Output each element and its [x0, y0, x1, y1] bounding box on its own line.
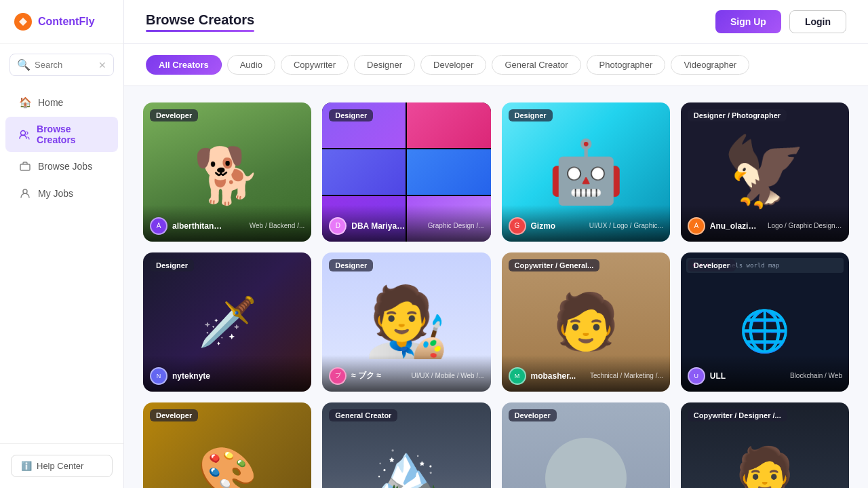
card-badge: Designer: [150, 259, 194, 271]
avatar: A: [688, 217, 705, 235]
header-actions: Sign Up Login: [715, 10, 846, 33]
creator-name: ULL: [710, 371, 726, 381]
header: Browse Creators Sign Up Login: [124, 0, 868, 44]
creator-name: nyteknyte: [172, 371, 210, 381]
card-badge: Developer: [688, 259, 736, 271]
creator-card[interactable]: 🧑‍🎨 Designer ブ ≈ ブク ≈ UI/UX / Mobile / W…: [322, 252, 490, 392]
creators-grid: 🐕 Developer A alberthitanaya Web / Backe…: [143, 102, 849, 488]
creator-card[interactable]: 🎨 Developer D: [143, 402, 311, 488]
creator-skills: Graphic Design /...: [428, 222, 484, 229]
card-footer: A Anu_olazim_me... Logo / Graphic Design…: [681, 205, 849, 242]
creator-card[interactable]: 🏔️ General Creator G: [322, 402, 490, 488]
filter-audio[interactable]: Audio: [227, 55, 275, 75]
filter-videographer[interactable]: Videographer: [671, 55, 749, 75]
creator-card[interactable]: 🧑 Copywriter / Designer /... C Audio: [681, 402, 849, 488]
home-icon: 🏠: [19, 96, 31, 109]
sidebar-footer: ℹ️ Help Center: [0, 443, 123, 488]
creator-card[interactable]: ● ● ● channels world map 🌐 Developer U U…: [681, 252, 849, 392]
logo-brand: Content: [38, 16, 79, 27]
creator-card[interactable]: 🧑 Copywriter / General... M mobasher... …: [502, 252, 670, 392]
creator-name: DBA Mariyah Hope...: [351, 221, 406, 231]
sidebar-search-container: 🔍 ✕: [0, 44, 123, 83]
sidebar-item-browse-jobs-label: Browse Jobs: [38, 161, 92, 172]
svg-point-3: [23, 189, 27, 193]
logo-icon: [14, 12, 33, 31]
card-badge: Developer: [509, 409, 557, 421]
card-badge: Designer: [509, 109, 553, 121]
avatar: M: [509, 367, 526, 385]
sidebar-nav: 🏠 Home Browse Creators Browse J: [0, 83, 123, 443]
sidebar-item-browse-jobs[interactable]: Browse Jobs: [5, 153, 118, 179]
logo-accent: Fly: [79, 16, 94, 27]
card-footer: A alberthitanaya Web / Backend /...: [143, 205, 311, 242]
signup-button[interactable]: Sign Up: [715, 10, 781, 33]
avatar: N: [150, 367, 167, 385]
avatar: A: [150, 217, 167, 235]
sidebar-item-my-jobs[interactable]: My Jobs: [5, 181, 118, 206]
creator-skills: Logo / Graphic Design /...: [768, 222, 842, 229]
help-center-button[interactable]: ℹ️ Help Center: [11, 455, 113, 477]
sidebar-item-home-label: Home: [38, 97, 63, 108]
card-footer: D DBA Mariyah Hope... Graphic Design /..…: [322, 205, 490, 242]
filter-photographer[interactable]: Photographer: [587, 55, 666, 75]
creator-name: ≈ ブク ≈: [351, 370, 381, 381]
search-icon: 🔍: [17, 58, 31, 71]
card-badge: Designer: [329, 109, 373, 121]
filter-copywriter[interactable]: Copywriter: [281, 55, 349, 75]
logo: ContentFly: [0, 0, 123, 44]
browse-jobs-icon: [19, 160, 31, 172]
creator-skills: UI/UX / Mobile / Web /...: [411, 372, 484, 379]
avatar: G: [509, 217, 526, 235]
creator-skills: Web / Backend /...: [250, 222, 305, 229]
clear-search-icon[interactable]: ✕: [98, 60, 106, 71]
card-badge: Designer: [329, 259, 373, 271]
title-underline: [146, 30, 254, 32]
page-title: Browse Creators: [146, 12, 254, 28]
help-center-label: Help Center: [37, 461, 83, 471]
creator-skills: Technical / Marketing /...: [590, 372, 663, 379]
card-footer: G Gizmo UI/UX / Logo / Graphic...: [502, 205, 670, 242]
logo-text: ContentFly: [38, 16, 95, 28]
creator-card[interactable]: 🗡️ Designer N nyteknyte: [143, 252, 311, 392]
creator-card[interactable]: Developer D: [502, 402, 670, 488]
card-badge: Designer / Photographer: [688, 109, 787, 121]
filter-all-creators[interactable]: All Creators: [146, 55, 222, 75]
creator-skills: UI/UX / Logo / Graphic...: [589, 222, 663, 229]
svg-rect-2: [20, 164, 30, 170]
search-input[interactable]: [35, 60, 94, 70]
search-box[interactable]: 🔍 ✕: [9, 54, 114, 76]
sidebar-item-browse-creators-label: Browse Creators: [37, 124, 104, 145]
card-footer: M mobasher... Technical / Marketing /...: [502, 355, 670, 392]
card-badge: Copywriter / General...: [509, 259, 600, 271]
avatar: D: [329, 217, 347, 235]
creator-name: mobasher...: [531, 371, 576, 381]
filter-designer[interactable]: Designer: [354, 55, 415, 75]
card-badge: Developer: [150, 409, 198, 421]
creator-card[interactable]: 🤖 Designer G Gizmo UI/UX / Logo / Graphi…: [502, 102, 670, 242]
header-title-wrap: Browse Creators: [146, 12, 254, 32]
creator-name: Gizmo: [531, 221, 556, 231]
creator-card[interactable]: 🐕 Developer A alberthitanaya Web / Backe…: [143, 102, 311, 242]
sidebar-item-my-jobs-label: My Jobs: [38, 188, 73, 199]
my-jobs-icon: [19, 187, 31, 200]
card-badge: Copywriter / Designer /...: [688, 409, 787, 421]
filter-developer[interactable]: Developer: [420, 55, 486, 75]
creator-card[interactable]: Designer D DBA Mariyah Hope... Graphic D…: [322, 102, 490, 242]
creator-name: Anu_olazim_me...: [710, 221, 763, 231]
login-button[interactable]: Login: [789, 10, 846, 33]
main-content: Browse Creators Sign Up Login All Creato…: [124, 0, 868, 488]
sidebar-item-home[interactable]: 🏠 Home: [5, 90, 118, 115]
avatar: U: [688, 367, 705, 385]
creator-skills: Blockchain / Web: [790, 372, 842, 379]
card-badge: General Creator: [329, 409, 397, 421]
help-icon: ℹ️: [21, 461, 32, 471]
browse-creators-icon: [19, 128, 30, 140]
sidebar: ContentFly 🔍 ✕ 🏠 Home Browse Creators: [0, 0, 124, 488]
creator-card[interactable]: 🦅 Designer / Photographer A Anu_olazim_m…: [681, 102, 849, 242]
creator-name: alberthitanaya: [172, 221, 226, 231]
card-badge: Developer: [150, 109, 198, 121]
sidebar-item-browse-creators[interactable]: Browse Creators: [5, 117, 118, 152]
card-footer: N nyteknyte: [143, 355, 311, 392]
filter-general-creator[interactable]: General Creator: [492, 55, 580, 75]
card-footer: U ULL Blockchain / Web: [681, 355, 849, 392]
